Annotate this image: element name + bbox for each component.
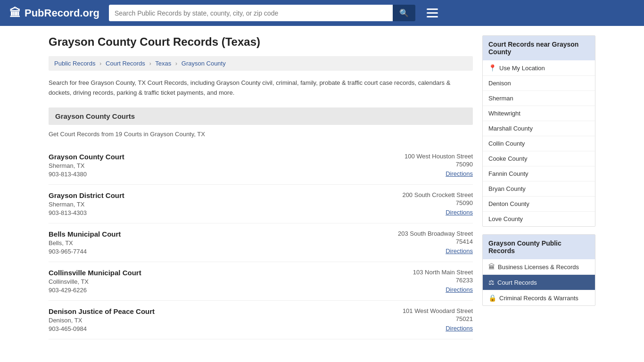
court-address-4: 101 West Woodard Street 75021 Directions (369, 307, 473, 332)
sidebar-record-label: Court Records (497, 279, 537, 286)
menu-line-1 (427, 8, 438, 10)
directions-link[interactable]: Directions (446, 247, 473, 255)
public-records-box: Grayson County Public Records 🏛 Business… (482, 234, 595, 306)
court-entry: Grayson County Court Sherman, TX 903-813… (49, 146, 473, 185)
court-city: Sherman, TX (49, 162, 124, 169)
section-header: Grayson County Courts (49, 107, 473, 125)
court-city: Sherman, TX (49, 201, 124, 208)
court-phone: 903-965-7744 (49, 248, 121, 255)
search-bar: 🔍 (109, 5, 415, 21)
court-info-4: Denison Justice of Peace Court Denison, … (49, 307, 155, 332)
court-name: Denison Justice of Peace Court (49, 307, 155, 315)
court-phone: 903-465-0984 (49, 325, 155, 332)
nearby-link-item[interactable]: Bryan County (483, 181, 595, 197)
court-city: Bells, TX (49, 239, 121, 247)
nearby-link-item[interactable]: Denton County (483, 197, 595, 212)
search-icon: 🔍 (399, 9, 409, 17)
court-name: Grayson County Court (49, 153, 124, 161)
court-entry: Collinsville Municipal Court Collinsvill… (49, 262, 473, 301)
nearby-links: DenisonShermanWhitewrightMarshall County… (483, 76, 595, 226)
court-info-3: Collinsville Municipal Court Collinsvill… (49, 269, 141, 294)
court-zip: 75414 (369, 238, 473, 245)
use-location-item[interactable]: 📍 Use My Location (483, 60, 595, 76)
breadcrumb-texas[interactable]: Texas (155, 60, 171, 67)
nearby-link-item[interactable]: Marshall County (483, 121, 595, 136)
directions-link[interactable]: Directions (446, 286, 473, 293)
court-entry: Grayson District Court Sherman, TX 903-8… (49, 185, 473, 223)
nearby-link-item[interactable]: Fannin County (483, 166, 595, 181)
court-info-2: Bells Municipal Court Bells, TX 903-965-… (49, 230, 121, 255)
public-records-link-item[interactable]: ⚖ Court Records (483, 275, 595, 290)
court-street: 103 North Main Street (369, 269, 473, 276)
court-zip: 75021 (369, 315, 473, 322)
breadcrumb-sep-3: › (175, 60, 177, 67)
nearby-link-item[interactable]: Cooke County (483, 151, 595, 166)
court-entry: Bells Municipal Court Bells, TX 903-965-… (49, 223, 473, 262)
sidebar-record-label: Business Licenses & Records (498, 263, 579, 271)
menu-line-3 (427, 16, 438, 17)
header: 🏛 PubRecord.org 🔍 (0, 0, 644, 26)
public-records-link-item[interactable]: 🏛 Business Licenses & Records (483, 259, 595, 275)
court-street: 100 West Houston Street (369, 153, 473, 160)
directions-link[interactable]: Directions (446, 209, 473, 216)
content-area: Grayson County Court Records (Texas) Pub… (49, 35, 473, 339)
nearby-header: Court Records near Grayson County (483, 36, 595, 60)
public-records-links: 🏛 Business Licenses & Records⚖ Court Rec… (483, 259, 595, 305)
court-phone: 903-429-6226 (49, 287, 141, 294)
menu-button[interactable] (425, 7, 440, 19)
court-city: Denison, TX (49, 317, 155, 324)
logo-text: PubRecord.org (25, 7, 99, 19)
court-zip: 76233 (369, 277, 473, 284)
court-address-2: 203 South Broadway Street 75414 Directio… (369, 230, 473, 255)
use-location-label: Use My Location (499, 65, 545, 72)
page-description: Search for free Grayson County, TX Court… (49, 78, 473, 98)
court-name: Bells Municipal Court (49, 230, 121, 238)
courts-list: Grayson County Court Sherman, TX 903-813… (49, 146, 473, 339)
court-address-1: 200 South Crockett Street 75090 Directio… (369, 191, 473, 216)
court-info-1: Grayson District Court Sherman, TX 903-8… (49, 191, 124, 216)
breadcrumb-sep-1: › (99, 60, 101, 67)
sidebar-record-icon: 🏛 (488, 263, 495, 271)
court-street: 203 South Broadway Street (369, 230, 473, 237)
search-input[interactable] (109, 5, 393, 21)
breadcrumb-public-records[interactable]: Public Records (54, 60, 95, 67)
page-title: Grayson County Court Records (Texas) (49, 35, 473, 49)
nearby-link-item[interactable]: Collin County (483, 136, 595, 151)
nearby-box: Court Records near Grayson County 📍 Use … (482, 35, 595, 227)
nearby-link-item[interactable]: Sherman (483, 91, 595, 106)
sidebar: Court Records near Grayson County 📍 Use … (482, 35, 595, 339)
public-records-header: Grayson County Public Records (483, 235, 595, 259)
court-zip: 75090 (369, 161, 473, 168)
menu-line-2 (427, 12, 438, 14)
court-entry: Denison Justice of Peace Court Denison, … (49, 301, 473, 339)
sidebar-record-icon: ⚖ (488, 279, 495, 286)
court-city: Collinsville, TX (49, 278, 141, 285)
location-pin-icon: 📍 (488, 64, 496, 72)
nearby-link-item[interactable]: Whitewright (483, 106, 595, 121)
directions-link[interactable]: Directions (446, 325, 473, 332)
breadcrumb: Public Records › Court Records › Texas ›… (49, 56, 473, 71)
public-records-link-item[interactable]: 🔒 Criminal Records & Warrants (483, 290, 595, 305)
court-street: 200 South Crockett Street (369, 191, 473, 198)
court-zip: 75090 (369, 199, 473, 206)
court-address-0: 100 West Houston Street 75090 Directions (369, 153, 473, 178)
nearby-link-item[interactable]: Denison (483, 76, 595, 91)
court-name: Grayson District Court (49, 191, 124, 199)
logo-icon: 🏛 (9, 7, 21, 20)
logo[interactable]: 🏛 PubRecord.org (9, 7, 99, 20)
sidebar-record-icon: 🔒 (488, 294, 496, 302)
court-info-0: Grayson County Court Sherman, TX 903-813… (49, 153, 124, 178)
court-name: Collinsville Municipal Court (49, 269, 141, 277)
court-phone: 903-813-4380 (49, 171, 124, 178)
court-address-3: 103 North Main Street 76233 Directions (369, 269, 473, 294)
breadcrumb-sep-2: › (149, 60, 151, 67)
main-container: Grayson County Court Records (Texas) Pub… (39, 26, 605, 349)
court-street: 101 West Woodard Street (369, 307, 473, 314)
search-button[interactable]: 🔍 (393, 5, 415, 21)
sidebar-record-label: Criminal Records & Warrants (499, 295, 578, 302)
breadcrumb-grayson[interactable]: Grayson County (182, 60, 226, 67)
directions-link[interactable]: Directions (446, 170, 473, 177)
court-phone: 903-813-4303 (49, 209, 124, 216)
breadcrumb-court-records[interactable]: Court Records (106, 60, 145, 67)
nearby-link-item[interactable]: Love County (483, 212, 595, 226)
